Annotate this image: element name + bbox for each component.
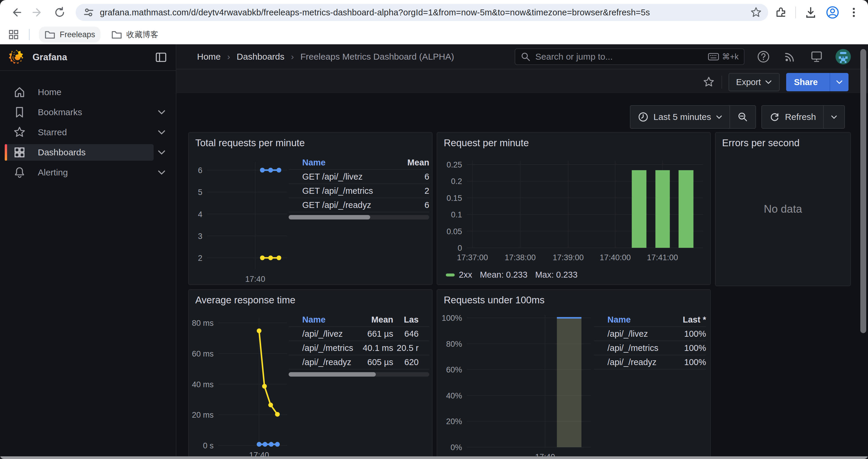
legend-col-name[interactable]: Name — [302, 158, 403, 167]
request-per-minute-chart[interactable]: 0.250.20.150.10.05017:37:0017:38:0017:39… — [437, 133, 711, 285]
sidebar-item-alerting[interactable]: Alerting — [5, 163, 171, 182]
kiosk-mode-button[interactable] — [808, 48, 825, 65]
search-input[interactable]: Search or jump to... ⌘+k — [515, 48, 745, 65]
legend-row[interactable]: /api/_/metrics 40.1 ms 20.5 r — [289, 341, 429, 355]
extensions-icon[interactable] — [775, 6, 787, 19]
breadcrumb-dashboards[interactable]: Dashboards — [237, 52, 284, 62]
legend-row[interactable]: /api/_/metrics 100% — [594, 341, 706, 355]
legend-col-last[interactable]: Las — [393, 315, 418, 325]
forward-icon — [33, 9, 40, 16]
help-button[interactable] — [755, 48, 772, 65]
no-data-message: No data — [716, 133, 850, 286]
legend-col-mean[interactable]: Mean — [354, 315, 393, 325]
apps-grid-icon[interactable] — [8, 29, 20, 40]
legend-row[interactable]: /api/_/readyz 605 µs 620 — [289, 355, 429, 369]
download-icon[interactable] — [804, 6, 817, 19]
sidebar-item-bookmarks[interactable]: Bookmarks — [5, 103, 171, 122]
sidebar-item-label: Home — [38, 87, 61, 97]
sidebar-item-starred[interactable]: Starred — [5, 123, 171, 142]
site-settings-icon — [83, 6, 95, 18]
export-button[interactable]: Export — [728, 73, 780, 91]
home-icon — [13, 86, 26, 99]
favorite-star-icon[interactable] — [703, 76, 715, 88]
expand-chevron-icon[interactable] — [155, 106, 168, 119]
menu-dots-icon[interactable] — [848, 6, 860, 18]
sidebar-item-dashboards[interactable]: Dashboards — [5, 143, 171, 162]
url-bar[interactable]: grafana.mathmast.com/d/deytv4rwavabkb/fr… — [75, 4, 768, 21]
svg-text:80 ms: 80 ms — [192, 319, 214, 328]
svg-text:17:41:00: 17:41:00 — [647, 253, 678, 262]
time-controls: Last 5 minutes Refresh — [630, 105, 845, 129]
breadcrumb-home[interactable]: Home — [197, 52, 221, 62]
legend-item-2xx[interactable]: 2xx — [446, 270, 472, 280]
expand-chevron-icon[interactable] — [155, 146, 168, 159]
svg-text:20%: 20% — [446, 417, 462, 426]
legend-header: Name Mean — [289, 156, 429, 170]
grafana-logo[interactable] — [8, 49, 25, 66]
time-range-label: Last 5 minutes — [653, 112, 711, 122]
chevron-down-icon — [716, 115, 722, 119]
sidebar-nav: Home Bookmarks Starred — [0, 71, 176, 182]
svg-text:20 ms: 20 ms — [192, 411, 214, 419]
user-avatar[interactable] — [835, 48, 851, 65]
refresh-interval-button[interactable] — [824, 106, 844, 128]
legend-row[interactable]: /api/_/livez 661 µs 646 — [289, 327, 429, 341]
breadcrumb-separator: › — [291, 52, 294, 62]
bell-icon — [13, 166, 26, 179]
back-button[interactable] — [6, 3, 25, 22]
browser-actions — [775, 5, 862, 20]
bookmark-folder-blogs[interactable]: 收藏博客 — [106, 27, 164, 42]
bookmark-star-icon[interactable] — [750, 6, 762, 19]
bookmark-folder-freeleaps[interactable]: Freeleaps — [39, 27, 100, 42]
reload-button[interactable] — [50, 3, 69, 22]
bookmarks-separator — [29, 29, 30, 40]
sidebar-header: Grafana — [0, 44, 176, 71]
page-scrollbar-thumb[interactable] — [860, 49, 866, 333]
svg-text:40 ms: 40 ms — [192, 380, 214, 389]
expand-chevron-icon[interactable] — [155, 166, 168, 179]
legend-col-mean[interactable]: Mean — [403, 158, 429, 167]
legend-col-name[interactable]: Name — [302, 315, 354, 325]
refresh-label: Refresh — [785, 112, 816, 122]
news-button[interactable] — [782, 48, 798, 65]
profile-icon[interactable] — [826, 5, 840, 20]
share-label[interactable]: Share — [786, 73, 826, 91]
panel-total-requests: Total requests per minute 6543217:40 Nam… — [188, 132, 433, 285]
dock-menu-toggle-icon[interactable] — [155, 51, 167, 64]
legend-scrollbar[interactable] — [289, 215, 429, 220]
panel-requests-under-100ms: Requests under 100ms 100%80%60%40%20%0%1… — [437, 289, 711, 459]
legend-row[interactable]: /api/_/livez 100% — [594, 327, 706, 341]
star-icon — [13, 126, 26, 139]
legend-col-name[interactable]: Name — [608, 315, 674, 325]
legend-col-last[interactable]: Last * — [674, 315, 706, 325]
sidebar: Grafana Home Bookmarks — [0, 44, 176, 459]
header-actions — [755, 48, 851, 65]
svg-text:17:40:00: 17:40:00 — [600, 253, 631, 262]
avatar-image — [835, 49, 851, 65]
share-menu-button[interactable] — [830, 73, 848, 91]
zoom-out-button[interactable] — [730, 106, 755, 128]
time-range-picker[interactable]: Last 5 minutes — [630, 106, 730, 128]
sidebar-item-label: Dashboards — [38, 147, 86, 157]
share-button[interactable]: Share — [786, 73, 848, 91]
dashboards-icon — [13, 146, 26, 159]
grafana-app: Grafana Home Bookmarks — [0, 44, 868, 459]
legend-row[interactable]: /api/_/readyz 100% — [594, 355, 706, 369]
svg-text:80%: 80% — [446, 340, 462, 349]
legend-row[interactable]: GET /api/_/readyz 6 — [289, 198, 429, 212]
legend-header: Name Mean Las — [289, 313, 429, 327]
refresh-button[interactable]: Refresh — [762, 106, 823, 128]
browser-toolbar: grafana.mathmast.com/d/deytv4rwavabkb/fr… — [0, 0, 868, 25]
svg-text:60%: 60% — [446, 365, 462, 374]
legend-row[interactable]: GET /api/_/livez 6 — [289, 170, 429, 184]
sidebar-item-home[interactable]: Home — [5, 83, 171, 102]
forward-button[interactable] — [28, 3, 47, 22]
page-scrollbar[interactable] — [860, 44, 867, 459]
chevron-down-icon — [765, 80, 772, 85]
svg-text:17:40: 17:40 — [245, 275, 265, 284]
legend-scrollbar[interactable] — [289, 372, 429, 376]
chevron-down-icon — [831, 115, 837, 119]
expand-chevron-icon[interactable] — [155, 126, 168, 139]
refresh-icon — [769, 111, 780, 123]
legend-row[interactable]: GET /api/_/metrics 2 — [289, 184, 429, 198]
